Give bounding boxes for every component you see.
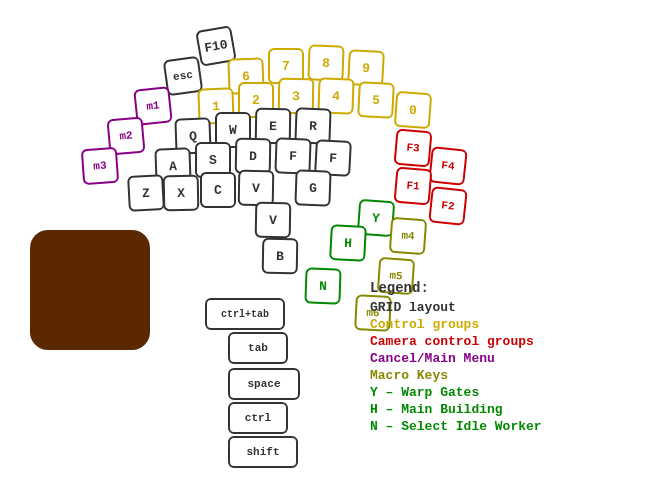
key-v-below[interactable]: V	[238, 170, 275, 207]
legend-grid: GRID layout	[370, 300, 630, 315]
key-ctrl-tab[interactable]: ctrl+tab	[205, 298, 285, 330]
legend-title: Legend:	[370, 280, 630, 296]
key-n[interactable]: N	[304, 267, 341, 304]
key-m3[interactable]: m3	[81, 147, 119, 185]
key-x[interactable]: X	[163, 175, 200, 212]
key-f3[interactable]: F3	[393, 128, 432, 167]
key-m4[interactable]: m4	[389, 217, 427, 255]
key-f4[interactable]: F4	[428, 146, 468, 186]
brown-block	[30, 230, 150, 350]
key-shift[interactable]: shift	[228, 436, 298, 468]
legend-cancel: Cancel/Main Menu	[370, 351, 630, 366]
key-v[interactable]: V	[255, 202, 292, 239]
key-c[interactable]: C	[200, 172, 236, 208]
key-space[interactable]: space	[228, 368, 300, 400]
key-tab[interactable]: tab	[228, 332, 288, 364]
legend-main-building: H – Main Building	[370, 402, 630, 417]
key-5[interactable]: 5	[357, 81, 395, 119]
key-f2[interactable]: F2	[428, 186, 468, 226]
legend-camera: Camera control groups	[370, 334, 630, 349]
legend-idle-worker: N – Select Idle Worker	[370, 419, 630, 434]
key-ctrl[interactable]: ctrl	[228, 402, 288, 434]
key-z[interactable]: Z	[127, 174, 165, 212]
key-b[interactable]: B	[262, 238, 299, 275]
key-0[interactable]: 0	[394, 91, 432, 129]
key-g[interactable]: G	[294, 169, 331, 206]
legend: Legend: GRID layout Control groups Camer…	[370, 280, 630, 436]
legend-control-groups: Control groups	[370, 317, 630, 332]
key-d[interactable]: D	[235, 138, 272, 175]
key-f1[interactable]: F1	[393, 166, 432, 205]
key-8[interactable]: 8	[307, 44, 344, 81]
legend-warp: Y – Warp Gates	[370, 385, 630, 400]
key-h[interactable]: H	[329, 224, 367, 262]
legend-macro: Macro Keys	[370, 368, 630, 383]
